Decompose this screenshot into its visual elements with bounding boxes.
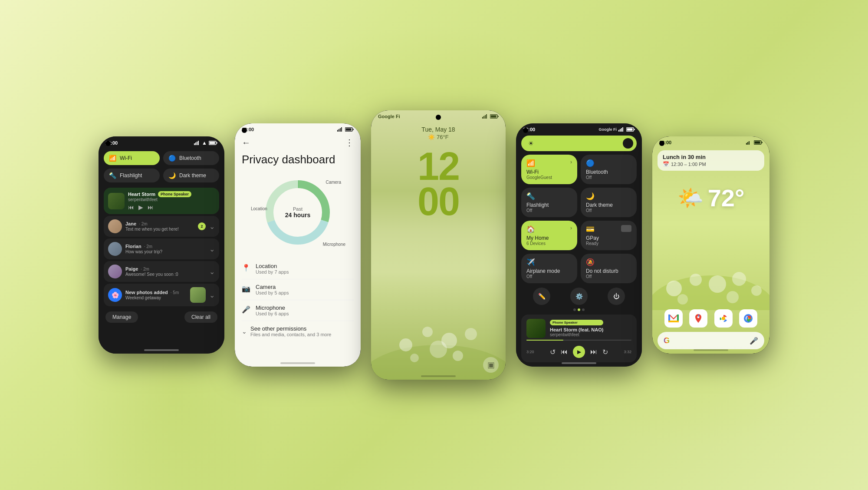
maps-icon[interactable] [689, 309, 707, 328]
media-ctrl-buttons: ↺ ⏮ ▶ ⏭ ↻ [550, 346, 608, 358]
flashlight-tile[interactable]: 🔦 Flashlight [104, 169, 160, 182]
location-perm-sub: Used by 7 apps [256, 269, 289, 275]
svg-rect-13 [346, 129, 352, 131]
notif-paige-content: Paige · 2m Awesome! See you soon :0 [125, 266, 206, 277]
bluetooth-tile[interactable]: 🔵 Bluetooth [163, 151, 219, 165]
phone5-battery-icon [754, 140, 763, 145]
manage-button[interactable]: Manage [105, 311, 138, 323]
settings-icon-btn[interactable]: ⚙️ [570, 288, 588, 305]
expand-icon-photos[interactable]: ⌄ [209, 291, 215, 299]
darktheme-tile[interactable]: 🌙 Dark theme [163, 169, 219, 182]
media-progress-track[interactable] [526, 340, 631, 341]
see-more-expand-icon: ⌄ [242, 328, 247, 335]
qs-airplane-tile[interactable]: ✈️ Airplane mode Off [521, 254, 577, 283]
gmail-icon[interactable] [664, 309, 683, 328]
qs-home-sub: 6 Devices [526, 241, 572, 246]
play-button[interactable]: ▶ [573, 346, 585, 358]
location-permission-info: Location Used by 7 apps [256, 263, 289, 275]
prev-button[interactable]: ⏮ [561, 348, 568, 356]
microphone-segment-label: Microphone [323, 242, 345, 247]
notification-photos: 🌸 New photos added · 5m Weekend getaway … [104, 284, 219, 306]
phone4-status-bar: 12:00 Google Fi [516, 123, 642, 134]
see-other-permissions[interactable]: ⌄ See other permissions Files and media,… [242, 321, 354, 341]
lockscreen-date: Tue, May 18 [371, 126, 506, 133]
wifi-tile[interactable]: 📶 Wi-Fi [104, 151, 160, 165]
darktheme-tile-icon: 🌙 [168, 172, 176, 179]
media-play-icon[interactable]: ▶ [138, 204, 143, 211]
expand-icon-florian[interactable]: ⌄ [209, 245, 215, 253]
qs-airplane-sub: Off [526, 274, 572, 279]
replay-button[interactable]: ↺ [550, 348, 556, 356]
phone1-home-indicator [144, 349, 179, 351]
qs-gpay-sub: Ready [586, 241, 631, 246]
phone1-screen: 12:00 ▲ [99, 136, 224, 354]
weather-temp: 76°F [437, 134, 449, 140]
phone4-media-artist: serpentwithfeet [550, 332, 603, 337]
camera-permission[interactable]: 📷 Camera Used by 5 apps [242, 279, 354, 300]
next-button[interactable]: ⏭ [590, 348, 597, 356]
forward-button[interactable]: ↻ [602, 348, 608, 356]
qs-dark-sub: Off [586, 208, 631, 213]
edit-icon-btn[interactable]: ✏️ [533, 288, 550, 305]
notif-jane-name: Jane [125, 221, 136, 226]
phone3-screen: Google Fi Tue, May 18 [371, 110, 506, 380]
phone-notifications: 12:00 ▲ [99, 136, 224, 354]
svg-rect-20 [485, 115, 486, 119]
svg-rect-23 [498, 116, 499, 117]
qs-darktheme-tile[interactable]: 🌙 Dark theme Off [581, 188, 637, 217]
nav-button[interactable]: ▣ [483, 357, 499, 373]
qs-dnd-tile[interactable]: 🔕 Do not disturb Off [581, 254, 637, 283]
brightness-slider[interactable]: ☀ [521, 136, 637, 151]
phone2-status-bar: 12:00 [235, 123, 361, 134]
location-permission[interactable]: 📍 Location Used by 7 apps [242, 258, 354, 279]
svg-rect-12 [353, 129, 354, 130]
expand-icon[interactable]: ⌄ [209, 222, 215, 231]
svg-rect-38 [634, 129, 635, 130]
chrome-icon[interactable] [739, 309, 757, 328]
camera-segment-label: Camera [326, 180, 341, 185]
brightness-handle[interactable] [623, 138, 633, 149]
phone4-media-badge: Phone Speaker [550, 320, 603, 325]
wifi-tile-icon: 📶 [109, 155, 116, 162]
svg-rect-9 [340, 128, 341, 132]
event-card[interactable]: Lunch in 30 min 📅 12:30 – 1:00 PM [658, 150, 764, 171]
phone2-header: ← ⋮ [235, 134, 361, 151]
svg-rect-3 [198, 141, 199, 145]
qs-wifi-tile[interactable]: 📶 › Wi-Fi GoogleGuest [521, 155, 577, 184]
voice-search-icon[interactable]: 🎤 [750, 337, 758, 345]
media-badge: Phone Speaker [158, 191, 191, 197]
qs-home-tile[interactable]: 🏠 › My Home 6 Devices [521, 221, 577, 250]
weather-section: 🌤️ 72° [652, 184, 769, 212]
search-bar[interactable]: G 🎤 [658, 332, 764, 349]
phone3-battery-icon [490, 114, 499, 119]
media-prev-icon[interactable]: ⏮ [128, 204, 134, 211]
dot-2 [578, 308, 580, 311]
phone2-battery-icon [345, 127, 354, 132]
qs-gpay-tile[interactable]: 💳 GPay Ready [581, 221, 637, 250]
svg-rect-0 [194, 143, 195, 145]
notif-photos-name: New photos added [125, 290, 168, 295]
phone1-bottom-bar: Manage Clear all [99, 308, 224, 326]
microphone-permission[interactable]: 🎤 Microphone Used by 6 apps [242, 300, 354, 321]
qs-bluetooth-tile[interactable]: 🔵 Bluetooth Off [581, 155, 637, 184]
photos-icon[interactable] [714, 309, 733, 328]
back-button[interactable]: ← [242, 138, 250, 148]
microphone-icon: 🎤 [242, 305, 250, 314]
media-next-icon[interactable]: ⏭ [148, 204, 154, 211]
qs-flashlight-tile[interactable]: 🔦 Flashlight Off [521, 188, 577, 217]
clear-all-button[interactable]: Clear all [184, 311, 217, 323]
qs-flash-sub: Off [526, 208, 572, 213]
svg-rect-8 [339, 129, 339, 132]
qs-wifi-icon: 📶 [526, 159, 535, 167]
media-progress-fill [526, 340, 563, 341]
power-icon-btn[interactable]: ⏻ [608, 288, 625, 305]
notif-paige-time: · 2m [141, 267, 149, 271]
menu-button[interactable]: ⋮ [345, 137, 354, 148]
expand-icon-paige[interactable]: ⌄ [209, 268, 215, 276]
qs-dark-icon: 🌙 [586, 192, 595, 200]
location-segment-label: Location [251, 206, 267, 211]
notif-photos-text: Weekend getaway [125, 295, 187, 300]
qs-dnd-name: Do not disturb [586, 268, 631, 274]
media-time-end: 3:32 [624, 350, 631, 354]
notif-florian-text: How was your trip? [125, 249, 206, 254]
